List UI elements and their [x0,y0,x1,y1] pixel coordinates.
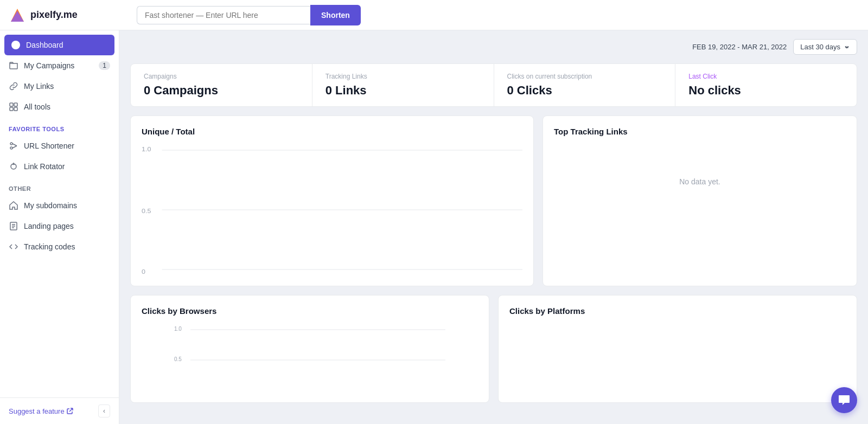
svg-point-7 [10,143,12,145]
sidebar-item-dashboard[interactable]: Dashboard [4,35,114,55]
sidebar-label-my-campaigns: My Campaigns [24,61,93,70]
logo: pixelfy.me [9,7,128,24]
svg-text:9AM: 9AM [290,274,304,275]
stats-row: Campaigns 0 Campaigns Tracking Links 0 L… [130,63,857,107]
svg-point-8 [10,147,12,149]
chat-bubble[interactable] [831,387,857,413]
svg-text:3PM: 3PM [379,274,393,275]
topbar: pixelfy.me Shorten [0,0,868,30]
sidebar-item-my-links[interactable]: My Links [0,76,119,97]
sidebar-item-url-shortener[interactable]: URL Shortener [0,136,119,156]
pages-icon [9,221,18,231]
favorite-tools-section: FAVORITE TOOLS [0,117,119,136]
home-icon [9,201,18,210]
clicks-by-platforms-title: Clicks by Platforms [509,306,846,316]
sidebar-item-tracking-codes[interactable]: Tracking codes [0,236,119,257]
sidebar-label-link-rotator: Link Rotator [24,162,110,171]
collapse-button[interactable]: ‹ [98,404,110,417]
svg-text:9PM: 9PM [469,274,483,275]
svg-point-2 [11,41,20,49]
other-section: OTHER [0,177,119,195]
sidebar-item-my-campaigns[interactable]: My Campaigns 1 [0,55,119,76]
sidebar-label-landing-pages: Landing pages [24,222,110,230]
top-tracking-links-no-data: No data yet. [554,145,846,219]
unique-total-chart-title: Unique / Total [142,127,522,136]
unique-total-chart-card: Unique / Total 1.0 0.5 0 12AM 3AM [130,115,534,286]
stat-label-campaigns: Campaigns [144,73,299,80]
svg-text:12PM: 12PM [333,274,350,275]
sidebar-footer: Suggest a feature ‹ [0,397,119,424]
sidebar-item-link-rotator[interactable]: Link Rotator [0,156,119,177]
svg-text:1.0: 1.0 [174,326,182,332]
clicks-by-platforms-card: Clicks by Platforms [498,295,857,403]
sidebar-label-dashboard: Dashboard [26,41,108,49]
svg-text:3AM: 3AM [200,274,214,275]
main-layout: Dashboard My Campaigns 1 My Links [0,30,868,424]
svg-text:6PM: 6PM [424,274,438,275]
stat-campaigns: Campaigns 0 Campaigns [131,64,312,106]
stat-value-links: 0 Links [326,83,481,98]
clicks-by-browsers-title: Clicks by Browsers [142,306,478,316]
unique-total-chart-area: 1.0 0.5 0 12AM 3AM 6AM 9AM 12PM 3PM [142,145,522,275]
scissors-icon [9,141,18,151]
sidebar: Dashboard My Campaigns 1 My Links [0,30,119,424]
sidebar-item-all-tools[interactable]: All tools [0,97,119,117]
stat-last-click: Last Click No clicks [675,64,857,106]
svg-text:6AM: 6AM [245,274,259,275]
svg-point-9 [11,164,16,169]
content-area: FEB 19, 2022 - MAR 21, 2022 Last 30 days… [119,30,868,424]
sidebar-label-url-shortener: URL Shortener [24,142,110,150]
stat-label-last-click: Last Click [688,73,844,80]
grid-icon [9,102,18,112]
top-tracking-links-title: Top Tracking Links [554,127,846,136]
chat-icon [838,394,850,406]
my-campaigns-badge: 1 [99,61,110,70]
bottom-charts-row: Clicks by Browsers 1.0 0.5 Clicks by Pla… [130,295,857,403]
date-range-text: FEB 19, 2022 - MAR 21, 2022 [692,43,787,51]
stat-label-clicks: Clicks on current subscription [507,73,662,80]
sidebar-label-all-tools: All tools [24,102,110,111]
svg-text:1.0: 1.0 [142,146,151,152]
logo-text: pixelfy.me [30,9,78,21]
external-link-icon [67,408,73,414]
content-header: FEB 19, 2022 - MAR 21, 2022 Last 30 days [130,39,857,55]
sidebar-label-my-subdomains: My subdomains [24,201,110,210]
suggest-feature-link[interactable]: Suggest a feature [9,407,73,415]
sidebar-item-landing-pages[interactable]: Landing pages [0,216,119,236]
stat-links: Tracking Links 0 Links [312,64,494,106]
rotate-icon [9,162,18,171]
url-input[interactable] [137,6,310,24]
svg-rect-5 [10,107,13,111]
logo-icon [9,7,26,24]
charts-row: Unique / Total 1.0 0.5 0 12AM 3AM [130,115,857,286]
folder-icon [9,61,18,70]
svg-rect-6 [14,107,17,111]
clicks-by-browsers-card: Clicks by Browsers 1.0 0.5 [130,295,489,403]
unique-total-svg: 1.0 0.5 0 12AM 3AM 6AM 9AM 12PM 3PM [142,145,522,275]
shorten-button[interactable]: Shorten [310,5,361,25]
dashboard-icon [11,40,21,50]
url-input-area: Shorten [137,5,408,25]
link-icon [9,81,18,91]
svg-text:12AM: 12AM [153,274,171,275]
sidebar-label-my-links: My Links [24,82,110,91]
svg-marker-1 [11,11,24,22]
code-icon [9,242,18,252]
svg-rect-4 [14,103,17,106]
svg-rect-3 [10,103,13,106]
sidebar-nav: Dashboard My Campaigns 1 My Links [0,30,119,397]
top-tracking-links-card: Top Tracking Links No data yet. [542,115,857,286]
clicks-by-browsers-svg: 1.0 0.5 [142,324,478,389]
svg-text:12AM: 12AM [510,274,522,275]
svg-text:0.5: 0.5 [142,208,151,214]
sidebar-item-my-subdomains[interactable]: My subdomains [0,195,119,216]
svg-text:0.5: 0.5 [174,356,182,362]
chevron-icon [844,44,850,50]
date-range-select[interactable]: Last 30 days [793,39,857,55]
stat-value-campaigns: 0 Campaigns [144,83,299,98]
sidebar-label-tracking-codes: Tracking codes [24,242,110,251]
stat-clicks: Clicks on current subscription 0 Clicks [494,64,676,106]
stat-label-links: Tracking Links [326,73,481,80]
svg-text:0: 0 [142,269,145,275]
stat-value-last-click: No clicks [688,83,844,98]
